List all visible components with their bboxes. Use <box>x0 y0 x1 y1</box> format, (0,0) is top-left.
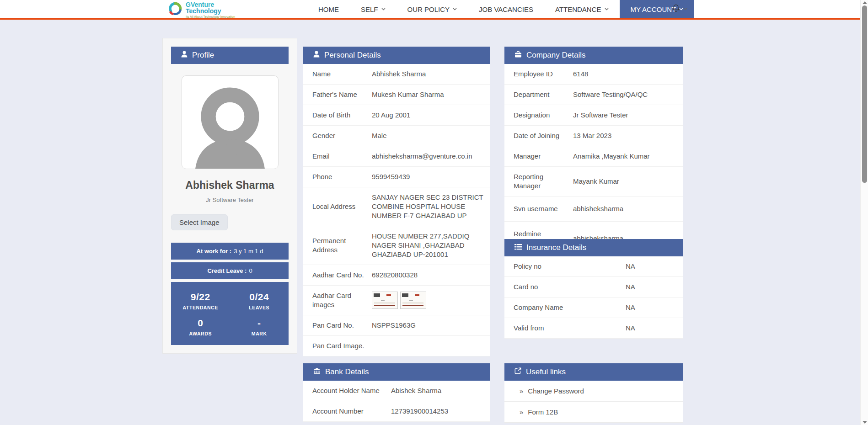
field-value: 6148 <box>573 64 683 85</box>
table-row: Father's NameMukesh Kumar Sharma <box>303 85 490 105</box>
logo-swirl-icon <box>167 1 183 18</box>
field-label: Father's Name <box>303 85 372 105</box>
aadhar-card-thumbnail[interactable] <box>400 292 426 309</box>
field-value: Abishek Sharma <box>391 381 490 401</box>
nav-item-label: HOME <box>318 5 339 13</box>
field-value: Anamika ,Mayank Kumar <box>573 146 683 167</box>
vertical-scrollbar[interactable] <box>860 0 868 425</box>
person-silhouette-icon <box>187 84 273 169</box>
table-row: Pan Card No.NSPPS1963G <box>303 315 490 336</box>
field-value: 20 Aug 2001 <box>372 105 490 126</box>
company-logo[interactable]: GVenture Technology Its All About Techno… <box>167 1 235 18</box>
field-value: HOUSE NUMBER 277,SADDIQ NAGER SIHANI ,GH… <box>372 226 490 265</box>
field-label: Employee ID <box>504 64 573 85</box>
field-value: Jr Software Tester <box>573 105 683 126</box>
nav-item-home[interactable]: HOME <box>307 0 350 18</box>
table-row: Aadhar Card No.692820800328 <box>303 265 490 286</box>
table-row: Emailabhisheksharma@gventure.co.in <box>303 146 490 167</box>
field-label: Pan Card No. <box>303 315 372 336</box>
field-label: Aadhar Card images <box>303 286 372 315</box>
stat-leaves: 0/24LEAVES <box>230 292 289 310</box>
table-row: DesignationJr Software Tester <box>504 105 683 126</box>
external-link-icon <box>514 367 521 377</box>
field-value: Mukesh Kumar Sharma <box>372 85 490 105</box>
field-value <box>372 286 490 315</box>
nav-item-our-policy[interactable]: OUR POLICY <box>396 0 468 18</box>
stats-panel: 9/22ATTENDANCE0/24LEAVES0AWARDS-MARK <box>171 282 289 345</box>
nav-item-label: SELF <box>361 5 378 13</box>
double-chevron-right-icon: » <box>520 408 523 416</box>
list-icon <box>514 243 522 252</box>
nav-item-job-vacancies[interactable]: JOB VACANCIES <box>468 0 544 18</box>
nav-item-attendance[interactable]: ATTENDANCE <box>544 0 620 18</box>
chevron-down-icon <box>683 8 687 11</box>
field-label: Department <box>504 85 573 105</box>
field-label: Name <box>303 64 372 85</box>
field-value: abhisheksharma <box>573 197 683 222</box>
useful-link-label: Form 12B <box>528 408 558 416</box>
personal-details-title: Personal Details <box>324 51 381 60</box>
field-label: Manager <box>504 146 573 167</box>
field-label: Gender <box>303 126 372 146</box>
field-label: Permanent Address <box>303 226 372 265</box>
table-row: Date of Birth20 Aug 2001 <box>303 105 490 126</box>
profile-card: Profile Abhishek Sharma Jr Software Test… <box>162 38 297 354</box>
chevron-down-icon <box>453 8 457 11</box>
table-row: Company NameNA <box>504 298 683 318</box>
field-label: Date of Joining <box>504 126 573 146</box>
nav-item-label: JOB VACANCIES <box>479 5 533 13</box>
select-image-button[interactable]: Select Image <box>171 214 228 230</box>
scrollbar-thumb[interactable] <box>862 5 867 183</box>
field-value: 692820800328 <box>372 265 490 286</box>
at-work-value: 3 y 1 m 1 d <box>234 248 263 255</box>
insurance-details-table: Policy noNACard noNACompany NameNAValid … <box>504 256 683 339</box>
stat-awards: 0AWARDS <box>171 318 230 336</box>
aadhar-card-thumbnail[interactable] <box>372 292 398 309</box>
field-label: Account Number <box>303 401 391 422</box>
field-label: Valid from <box>504 318 626 339</box>
field-label: Phone <box>303 167 372 187</box>
field-label: Svn username <box>504 197 573 222</box>
personal-details-table: NameAbhishek SharmaFather's NameMukesh K… <box>303 64 490 356</box>
table-row: DepartmentSoftware Testing/QA/QC <box>504 85 683 105</box>
logo-tagline: Its All About Technology Innovation <box>186 15 235 18</box>
field-label: Pan Card Image. <box>303 336 372 356</box>
field-value: Male <box>372 126 490 146</box>
personal-details-header: Personal Details <box>303 47 490 64</box>
table-row: Valid fromNA <box>504 318 683 339</box>
employee-designation: Jr Software Tester <box>171 197 289 203</box>
field-value: Mayank Kumar <box>573 167 683 197</box>
right-column: Company Details Employee ID6148Departmen… <box>504 47 683 425</box>
useful-link-form-12b[interactable]: »Form 12B <box>504 402 683 423</box>
nav-item-self[interactable]: SELF <box>350 0 396 18</box>
field-label: Date of Birth <box>303 105 372 126</box>
chevron-down-icon <box>381 8 386 11</box>
table-row: Phone9599459439 <box>303 167 490 187</box>
scrollbar-up-arrow[interactable] <box>863 1 867 4</box>
table-row: NameAbhishek Sharma <box>303 64 490 85</box>
field-value: NA <box>626 277 683 298</box>
avatar <box>182 75 279 169</box>
credit-leave-bar: Credit Leave : 0 <box>171 262 289 279</box>
double-chevron-right-icon: » <box>520 387 523 395</box>
bell-icon <box>672 4 680 14</box>
useful-link-change-password[interactable]: »Change Password <box>504 381 683 402</box>
employee-name: Abhishek Sharma <box>171 179 289 191</box>
field-label: Account Holder Name <box>303 381 391 401</box>
stat-value: - <box>230 318 289 329</box>
field-value: NA <box>626 256 683 277</box>
logo-text: GVenture Technology Its All About Techno… <box>186 1 235 18</box>
bank-details-table: Account Holder NameAbishek SharmaAccount… <box>303 381 490 422</box>
stat-label: MARK <box>230 331 289 336</box>
table-row: Reporting ManagerMayank Kumar <box>504 167 683 197</box>
field-label: Card no <box>504 277 626 298</box>
at-work-label: At work for : <box>197 248 232 255</box>
table-row: ManagerAnamika ,Mayank Kumar <box>504 146 683 167</box>
stat-value: 9/22 <box>171 292 230 303</box>
field-label: Policy no <box>504 256 626 277</box>
table-row: Local AddressSANJAY NAGER SEC 23 DISTRIC… <box>303 187 490 226</box>
scrollbar-down-arrow[interactable] <box>863 421 867 424</box>
notifications-button[interactable] <box>663 0 697 18</box>
field-label: Designation <box>504 105 573 126</box>
insurance-details-title: Insurance Details <box>526 243 586 252</box>
